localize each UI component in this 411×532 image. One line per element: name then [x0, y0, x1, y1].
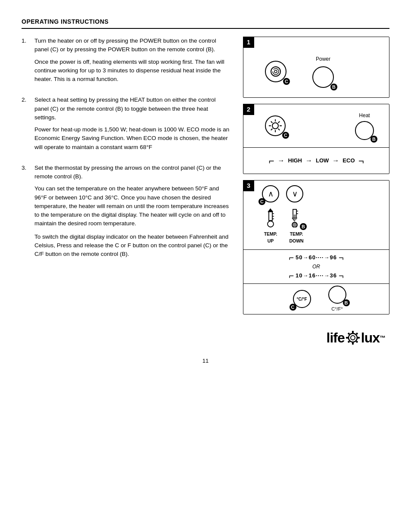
- svg-rect-29: [357, 337, 360, 339]
- temp-up-icon-wrapper: [262, 208, 279, 227]
- step-3-main: Set the thermostat by pressing the arrow…: [34, 164, 230, 181]
- box-1-number: 1: [243, 37, 254, 48]
- step-3-block: 3. Set the thermostat by pressing the ar…: [22, 164, 230, 259]
- temp-up-button: ∧ C: [262, 185, 279, 202]
- down-chevron-icon: ∨: [292, 190, 298, 198]
- logo-text-before: life: [327, 327, 345, 348]
- step-2-block: 2. Select a heat setting by pressing the…: [22, 96, 230, 152]
- cf-btn-label: °C/°F: [296, 296, 307, 302]
- logo-trademark: ™: [380, 333, 385, 342]
- flow-arrow-3: →: [332, 156, 339, 166]
- bracket-f-close: ⌐: [338, 253, 344, 262]
- svg-line-8: [271, 121, 273, 123]
- down-arrow-circle: ∨: [286, 185, 303, 202]
- step-3-sub2: To switch the digital display indicator …: [34, 233, 230, 259]
- svg-point-23: [292, 222, 297, 227]
- box-3-number: 3: [243, 180, 254, 191]
- diagram-box-2: 2: [243, 104, 389, 174]
- flow-bracket-close: ⌐: [358, 154, 364, 168]
- power-section-box1: Power B: [312, 55, 334, 88]
- step-1-main: Turn the heater on or off by pressing th…: [34, 37, 230, 54]
- temp-up-icon: [263, 208, 278, 227]
- range-c-text: 10→16····→36: [296, 271, 337, 280]
- up-chevron-icon: ∧: [268, 190, 274, 198]
- heat-label: Heat: [359, 112, 370, 119]
- svg-point-1: [273, 68, 279, 75]
- svg-rect-27: [352, 342, 354, 345]
- svg-line-9: [278, 129, 280, 131]
- svg-rect-26: [352, 331, 354, 333]
- c-badge-box1: C: [283, 78, 290, 85]
- b-badge-box3: B: [300, 223, 307, 230]
- svg-point-16: [268, 221, 274, 227]
- flow-eco-label: ECO: [342, 156, 355, 165]
- c-badge-box3-cf: C: [290, 304, 296, 311]
- page-number: 11: [22, 357, 389, 365]
- temp-up-label: TEMP.UP: [262, 231, 279, 245]
- range-f-text: 50→60····→96: [296, 253, 337, 262]
- cf-label: C°/F°: [331, 305, 343, 313]
- step-1-sub: Once the power is off, heating elements …: [34, 58, 230, 84]
- step-3-sub1: You can set the temperature on the heate…: [34, 184, 230, 228]
- flow-low-label: LOW: [316, 156, 329, 165]
- control-panel-power-button: C: [265, 61, 286, 82]
- step-2-sub: Power for heat-up mode is 1,500 W; heat-…: [34, 125, 230, 152]
- svg-point-25: [351, 336, 355, 340]
- cf-remote-button: B: [328, 286, 346, 304]
- diagrams-column: 1 C: [243, 37, 389, 314]
- flow-high-label: HIGH: [288, 156, 302, 165]
- svg-point-2: [274, 70, 277, 73]
- svg-rect-12: [269, 211, 272, 221]
- logo-gear-icon: [345, 330, 361, 345]
- diagram-box-3: 3 ∧ C: [243, 180, 389, 314]
- instructions-column: 1. Turn the heater on or off by pressing…: [22, 37, 230, 314]
- svg-line-11: [271, 129, 273, 131]
- step-2-number: 2.: [22, 96, 31, 122]
- logo-section: life lux ™: [22, 327, 389, 348]
- flow-bracket-open: ⌐: [269, 154, 274, 168]
- bracket-c-close: ⌐: [338, 271, 344, 280]
- step-3-number: 3.: [22, 164, 31, 181]
- temp-icons-row: B: [262, 208, 305, 227]
- temp-down-icon-wrapper: B: [286, 208, 303, 227]
- remote-heat-button: B: [355, 121, 374, 140]
- or-text: OR: [312, 263, 320, 271]
- thermostat-controls-section: ∧ C ∨: [243, 180, 389, 249]
- temp-down-label: TEMP.DOWN: [288, 231, 305, 245]
- temp-range-section: ⌐ 50→60····→96 ⌐ OR ⌐ 10→16····→36 ⌐: [243, 250, 389, 283]
- step-1-number: 1.: [22, 37, 31, 54]
- remote-power-button: B: [312, 66, 334, 88]
- diagram-box-1: 1 C: [243, 37, 389, 98]
- c-badge-box2: C: [282, 132, 289, 139]
- temp-buttons-group: ∧ C ∨: [258, 185, 305, 245]
- svg-point-24: [349, 333, 357, 342]
- heat-button-control: C: [265, 115, 286, 136]
- sun-icon: [268, 118, 283, 134]
- c-badge-box3-up: C: [258, 198, 265, 205]
- b-badge-box3-cf: B: [343, 299, 350, 306]
- svg-rect-28: [346, 337, 349, 339]
- step-1-block: 1. Turn the heater on or off by pressing…: [22, 37, 230, 84]
- heat-flow-row: ⌐ → HIGH → LOW → ECO ⌐: [243, 148, 389, 174]
- step-2-main: Select a heat setting by pressing the HE…: [34, 96, 230, 122]
- cf-control-button: °C/°F C: [293, 290, 311, 308]
- page-title: OPERATING INSTRUCTIONS: [22, 17, 389, 29]
- power-symbol-icon: [269, 65, 282, 78]
- b-badge-box2: B: [371, 136, 377, 143]
- flow-arrow-1: →: [278, 156, 285, 166]
- temp-down-button: ∨: [286, 185, 303, 202]
- temp-labels-row: TEMP.UP TEMP.DOWN: [262, 231, 305, 245]
- brand-logo: life lux ™: [327, 327, 385, 348]
- arrow-buttons-row: ∧ C ∨: [262, 185, 305, 202]
- bracket-f-open: ⌐: [289, 253, 294, 262]
- cf-toggle-section: °C/°F C B C°/F°: [243, 284, 389, 314]
- power-label: Power: [316, 55, 330, 63]
- bracket-c-open: ⌐: [289, 271, 294, 280]
- svg-line-10: [278, 121, 280, 123]
- logo-text-after: lux: [361, 327, 380, 348]
- cf-remote-section: B C°/F°: [328, 286, 346, 313]
- heat-remote-section: Heat B: [355, 112, 374, 140]
- svg-point-3: [272, 123, 278, 129]
- temp-range-f: ⌐ 50→60····→96 ⌐: [289, 253, 343, 262]
- temp-range-c: ⌐ 10→16····→36 ⌐: [289, 271, 343, 280]
